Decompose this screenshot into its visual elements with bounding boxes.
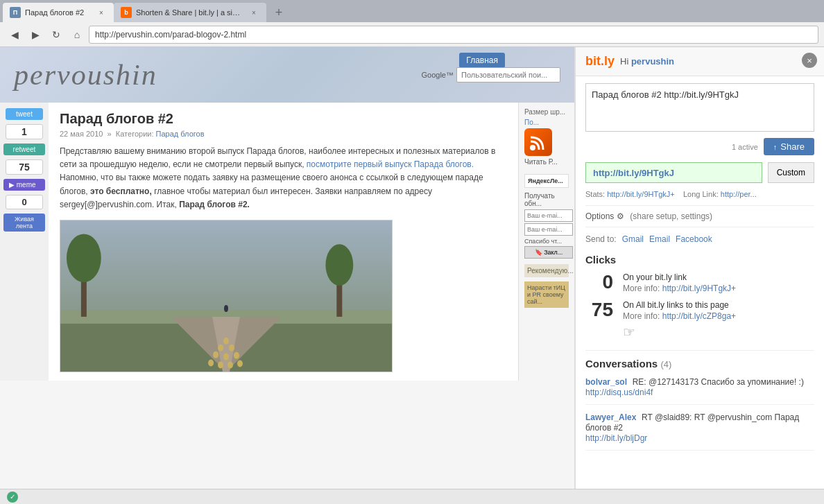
bitly-link-input[interactable] xyxy=(585,162,762,183)
conv-2-user[interactable]: Lawyer_Alex xyxy=(585,412,636,422)
tab-1[interactable]: П Парад блогов #2 × xyxy=(3,3,114,22)
browser-window: П Парад блогов #2 × b Shorten & Share | … xyxy=(0,0,824,504)
send-gmail-link[interactable]: Gmail xyxy=(622,234,644,244)
retweet-count: 75 xyxy=(6,159,43,175)
nav-bar: ◀ ▶ ↻ ⌂ http://pervushin.com/parad-blogo… xyxy=(0,22,824,47)
subscribe-button[interactable]: 🔖 Закл... xyxy=(524,246,573,259)
click-2-info: On All bit.ly links to this page More in… xyxy=(623,300,736,340)
google-logo: Google™ xyxy=(422,71,454,79)
options-row: Options ⚙ (share setup, settings) xyxy=(585,205,814,227)
glavnaya-button[interactable]: Главная xyxy=(459,53,505,68)
svg-point-15 xyxy=(234,352,239,359)
chitat-label: Читать Р... xyxy=(524,158,569,166)
meme-button[interactable]: ▶ meme xyxy=(3,179,45,191)
share-icon: ↑ xyxy=(773,143,778,151)
post-category-link[interactable]: Парад блогов xyxy=(156,130,205,138)
status-icon: ✓ xyxy=(7,492,18,503)
tab-bar: П Парад блогов #2 × b Shorten & Share | … xyxy=(0,0,824,22)
post-meta: 22 мая 2010 » Категории: Парад блогов xyxy=(60,130,507,138)
search-input[interactable] xyxy=(456,67,560,82)
bitly-close-button[interactable]: × xyxy=(802,53,817,68)
address-bar[interactable]: http://pervushin.com/parad-blogov-2.html xyxy=(89,26,818,44)
click-1-link[interactable]: http://bit.ly/9HTgkJ+ xyxy=(662,284,736,293)
bitly-panel: bit.ly Hi pervushin × Парад блогов #2 ht… xyxy=(574,47,824,489)
address-text: http://pervushin.com/parad-blogov-2.html xyxy=(95,30,812,40)
post-text-bold: это бесплатно, xyxy=(90,186,152,196)
svg-point-8 xyxy=(325,244,353,286)
tab-2-favicon: b xyxy=(121,7,132,18)
click-1-more: More info: http://bit.ly/9HTgkJ+ xyxy=(623,284,736,293)
stats-link[interactable]: http://bit.ly/9HTgkJ+ xyxy=(607,190,675,198)
counter-badge: 0 xyxy=(6,195,43,209)
post-text-link[interactable]: посмотрите первый выпуск Парада блогов. xyxy=(307,159,474,169)
svg-point-11 xyxy=(218,345,223,351)
svg-point-17 xyxy=(218,362,223,369)
email-input-1[interactable] xyxy=(524,209,573,222)
send-email-link[interactable]: Email xyxy=(649,234,670,244)
poluchat-label: Получать обн... xyxy=(524,192,569,207)
zhivaya-lenta-button[interactable]: Живая лента xyxy=(3,214,45,232)
share-textarea[interactable]: Парад блогов #2 http://bit.ly/9HTgkJ xyxy=(585,83,814,132)
tab-2-close[interactable]: × xyxy=(248,7,259,18)
tab-1-title: Парад блогов #2 xyxy=(25,8,92,17)
tab-2-title: Shorten & Share | bit.ly | a simple U... xyxy=(136,8,244,17)
bitly-body: Парад блогов #2 http://bit.ly/9HTgkJ 1 a… xyxy=(576,76,824,464)
svg-point-10 xyxy=(223,338,229,345)
bitly-header: bit.ly Hi pervushin × xyxy=(576,47,824,76)
home-button[interactable]: ⌂ xyxy=(68,26,86,44)
post-image-inner xyxy=(60,220,392,372)
long-link-label: Long Link: xyxy=(683,190,719,198)
conv-1-link[interactable]: http://disq.us/dni4f xyxy=(585,388,653,397)
rss-icon[interactable] xyxy=(524,128,552,156)
conv-1-text: RE: @127143173 Спасибо за упоминание! :) xyxy=(633,377,804,387)
blog-page: pervoushin Главная Google™ tweet 1 xyxy=(0,47,574,489)
narastit-box: Нарасти тИЦ и PR своему сай... xyxy=(524,281,569,308)
click-2-number: 75 xyxy=(585,300,613,320)
svg-point-13 xyxy=(213,351,218,358)
stats-label: Stats: xyxy=(585,190,605,198)
reload-button[interactable]: ↻ xyxy=(47,26,65,44)
svg-point-14 xyxy=(223,354,229,360)
share-button[interactable]: ↑ Share xyxy=(764,138,814,155)
tab-1-favicon: П xyxy=(10,7,21,18)
options-button[interactable]: Options ⚙ xyxy=(585,211,624,221)
bitly-logo: bit.ly xyxy=(585,54,615,69)
conversation-item-2: Lawyer_Alex RT @slaid89: RT @pervushin_c… xyxy=(585,412,814,451)
conversation-item-1: bolvar_sol RE: @127143173 Спасибо за упо… xyxy=(585,376,814,405)
svg-point-6 xyxy=(67,234,101,282)
send-facebook-link[interactable]: Facebook xyxy=(676,234,712,244)
post-category-label: Категории: xyxy=(116,130,154,138)
share-row: 1 active ↑ Share xyxy=(585,138,814,155)
post-text-1: Представляю вашему вниманию второй выпус… xyxy=(60,145,507,211)
clicks-section: Clicks 0 On your bit.ly link More info: … xyxy=(585,254,814,340)
forward-button[interactable]: ▶ xyxy=(26,26,44,44)
options-label: Options xyxy=(585,211,614,221)
click-2-link[interactable]: http://bit.ly/cZP8ga+ xyxy=(662,311,736,321)
tab-2[interactable]: b Shorten & Share | bit.ly | a simple U.… xyxy=(114,3,266,22)
email-input-2[interactable] xyxy=(524,223,573,236)
long-link[interactable]: http://per... xyxy=(721,190,757,198)
active-count: 1 active xyxy=(732,143,758,151)
bitly-hi-label: Hi xyxy=(620,56,628,67)
new-tab-button[interactable]: + xyxy=(269,3,289,22)
custom-button[interactable]: Custom xyxy=(768,162,814,183)
status-bar: ✓ xyxy=(0,489,824,504)
blog-content: Парад блогов #2 22 мая 2010 » Категории:… xyxy=(49,103,519,381)
tab-1-close[interactable]: × xyxy=(96,7,107,18)
click-2-more: More info: http://bit.ly/cZP8ga+ xyxy=(623,311,736,321)
back-button[interactable]: ◀ xyxy=(6,26,24,44)
blog-header: pervoushin Главная Google™ xyxy=(0,47,574,103)
tweet-button[interactable]: tweet xyxy=(6,108,43,120)
conv-2-link[interactable]: http://bit.ly/bljDgr xyxy=(585,433,647,443)
post-image-svg xyxy=(60,220,392,372)
blog-area: pervoushin Главная Google™ tweet 1 xyxy=(0,47,574,489)
send-to-row: Send to: Gmail Email Facebook xyxy=(585,234,814,244)
bitly-username[interactable]: pervushin xyxy=(631,56,674,67)
svg-point-19 xyxy=(237,360,243,367)
share-setup-label: (share setup, settings) xyxy=(630,211,712,221)
bitly-link-row: Custom xyxy=(585,162,814,183)
conv-1-user[interactable]: bolvar_sol xyxy=(585,377,627,387)
cursor-hand-icon: ☞ xyxy=(623,324,736,340)
retweet-button[interactable]: retweet xyxy=(3,144,45,155)
stats-row: Stats: http://bit.ly/9HTgkJ+ Long Link: … xyxy=(585,190,814,198)
